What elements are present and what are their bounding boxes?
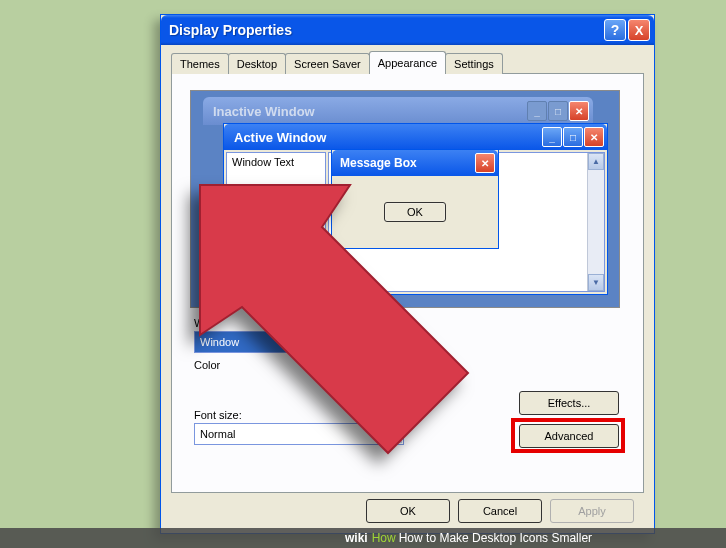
font-size-value: Normal xyxy=(200,428,235,440)
tab-content-appearance: Inactive Window _ □ ✕ Active Window _ □ … xyxy=(171,73,644,493)
preview-msgbox-body: OK xyxy=(332,176,498,248)
help-button[interactable]: ? xyxy=(604,19,626,41)
scroll-up-icon: ▲ xyxy=(588,153,604,170)
chevron-down-icon: ▾ xyxy=(385,425,402,443)
preview-inactive-window: Inactive Window _ □ ✕ xyxy=(203,97,593,125)
scheme-label: W xyxy=(194,317,404,329)
preview-inactive-title: Inactive Window xyxy=(213,104,527,119)
preview-scrollbar: ▲ ▼ xyxy=(587,153,604,291)
tab-appearance[interactable]: Appearance xyxy=(369,51,446,74)
minimize-icon: _ xyxy=(527,101,547,121)
appearance-preview: Inactive Window _ □ ✕ Active Window _ □ … xyxy=(190,90,620,308)
preview-active-title: Active Window xyxy=(234,130,542,145)
preview-msgbox-titlebar: Message Box ✕ xyxy=(332,150,498,176)
tab-screensaver[interactable]: Screen Saver xyxy=(285,53,370,74)
scheme-field: W Window ▾ xyxy=(194,317,404,353)
preview-msgbox-ok: OK xyxy=(384,202,446,222)
color-field: Color xyxy=(194,359,220,373)
tab-desktop[interactable]: Desktop xyxy=(228,53,286,74)
cancel-button[interactable]: Cancel xyxy=(458,499,542,523)
font-size-label: Font size: xyxy=(194,409,404,421)
scroll-down-icon: ▼ xyxy=(588,274,604,291)
chevron-down-icon: ▾ xyxy=(385,333,402,351)
caption-bar: wiki How How to Make Desktop Icons Small… xyxy=(0,528,726,548)
ok-button[interactable]: OK xyxy=(366,499,450,523)
preview-active-titlebar: Active Window _ □ ✕ xyxy=(224,124,607,150)
preview-inactive-buttons: _ □ ✕ xyxy=(527,101,589,121)
preview-msgbox-title: Message Box xyxy=(340,156,475,170)
dialog-buttons: OK Cancel Apply xyxy=(366,499,634,523)
advanced-highlight xyxy=(511,418,625,453)
caption-title: How to Make Desktop Icons Smaller xyxy=(399,531,592,545)
window-title: Display Properties xyxy=(169,22,604,38)
minimize-icon: _ xyxy=(542,127,562,147)
tab-themes[interactable]: Themes xyxy=(171,53,229,74)
font-size-combo[interactable]: Normal ▾ xyxy=(194,423,404,445)
close-icon: ✕ xyxy=(475,153,495,173)
preview-active-buttons: _ □ ✕ xyxy=(542,127,604,147)
caption-how: How xyxy=(372,531,396,545)
display-properties-window: Display Properties ? X Themes Desktop Sc… xyxy=(160,14,655,534)
tab-settings[interactable]: Settings xyxy=(445,53,503,74)
effects-button-wrap: Effects... xyxy=(519,391,619,415)
scheme-combo[interactable]: Window ▾ xyxy=(194,331,404,353)
close-icon: ✕ xyxy=(584,127,604,147)
preview-inactive-titlebar: Inactive Window _ □ ✕ xyxy=(203,97,593,125)
preview-window-text: Window Text xyxy=(226,152,326,292)
tab-strip: Themes Desktop Screen Saver Appearance S… xyxy=(171,53,644,74)
caption-wiki: wiki xyxy=(345,531,368,545)
close-button[interactable]: X xyxy=(628,19,650,41)
maximize-icon: □ xyxy=(548,101,568,121)
preview-message-box: Message Box ✕ OK xyxy=(331,149,499,249)
color-label: Color xyxy=(194,359,220,371)
close-icon: ✕ xyxy=(569,101,589,121)
maximize-icon: □ xyxy=(563,127,583,147)
scheme-value: Window xyxy=(200,336,239,348)
titlebar[interactable]: Display Properties ? X xyxy=(161,15,654,45)
titlebar-buttons: ? X xyxy=(604,19,650,41)
apply-button[interactable]: Apply xyxy=(550,499,634,523)
font-size-field: Font size: Normal ▾ xyxy=(194,409,404,445)
effects-button[interactable]: Effects... xyxy=(519,391,619,415)
